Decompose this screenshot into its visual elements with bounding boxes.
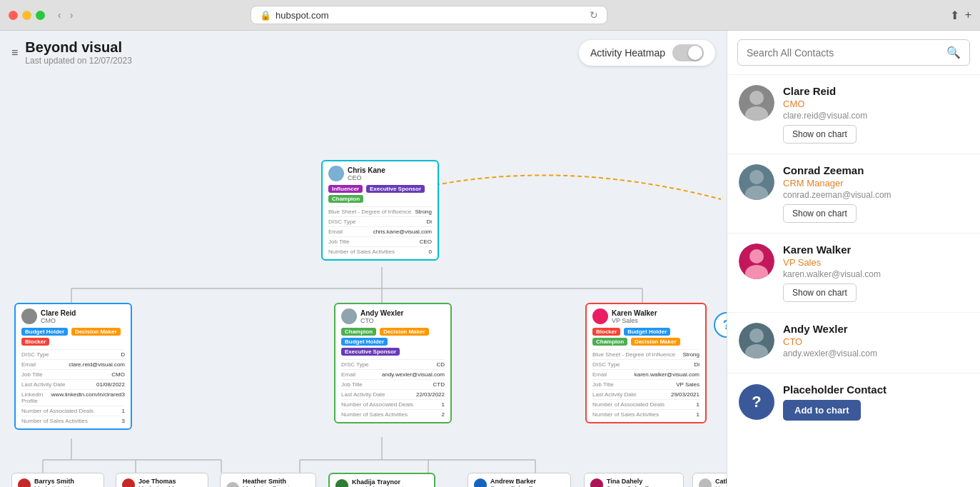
avatar-clare — [21, 308, 37, 324]
badge-decision: Decision Maker — [71, 328, 121, 336]
contact-item-andy: Andy Wexler CTO andy.wexler@visual.com — [727, 313, 980, 373]
contact-title-clare: CMO — [783, 99, 969, 109]
org-card-andy[interactable]: Andy Wexler CTO Champion Decision Maker … — [334, 303, 452, 423]
back-button[interactable]: ‹ — [55, 8, 64, 22]
clare-name-chart: Clare Reid — [41, 309, 76, 317]
contact-name-karen: Karen Walker — [783, 244, 969, 256]
minimize-button[interactable] — [22, 11, 31, 20]
contact-title-andy: CTO — [783, 336, 969, 347]
close-button[interactable] — [9, 11, 18, 20]
karen-name-chart: Karen Walker — [612, 309, 657, 317]
badge-budget: Budget Holder — [21, 328, 68, 336]
partial-name: Cath — [715, 478, 727, 485]
joe-name: Joe Thomas — [138, 478, 194, 485]
barrys-name: Barrys Smith — [34, 478, 90, 485]
org-card-chris[interactable]: Chris Kane CEO Influencer Executive Spon… — [321, 160, 439, 261]
khadija-name: Khadija Traynor — [352, 478, 410, 486]
url-text: hubspot.com — [276, 10, 328, 21]
contact-info-conrad: Conrad Zeeman CRM Manager conrad.zeeman@… — [783, 164, 969, 223]
show-on-chart-conrad[interactable]: Show on chart — [783, 204, 857, 223]
address-bar[interactable]: 🔒 hubspot.com ↻ — [251, 6, 607, 24]
placeholder-info: Placeholder Contact Add to chart — [783, 383, 969, 421]
badge-blk3: Blocker — [592, 328, 620, 336]
svg-point-25 — [749, 328, 764, 343]
header-left: ≡ Beyond visual Last updated on 12/07/20… — [11, 39, 132, 66]
search-box[interactable]: 🔍 — [737, 39, 970, 66]
contact-email-andy: andy.wexler@visual.com — [783, 348, 969, 358]
contact-info-clare: Clare Reid CMO clare.reid@visual.com Sho… — [783, 85, 969, 144]
search-container: 🔍 — [727, 31, 980, 75]
badge-ch3: Champion — [592, 338, 627, 346]
contact-email-clare: clare.reid@visual.com — [783, 111, 969, 121]
avatar-andrew — [474, 478, 487, 487]
refresh-icon[interactable]: ↻ — [590, 9, 598, 21]
badge-dm2: Decision Maker — [380, 328, 429, 336]
badge-champion: Champion — [328, 195, 363, 203]
chris-name: Chris Kane — [348, 166, 385, 174]
contact-email-karen: karen.walker@visual.com — [783, 269, 969, 279]
contact-avatar-clare — [739, 85, 774, 121]
badge-champ2: Champion — [341, 328, 376, 336]
andy-name-chart: Andy Wexler — [360, 309, 403, 317]
org-card-joe[interactable]: Joe Thomas Marketing Manager Emailjoe@vi… — [116, 473, 208, 487]
contact-name-clare: Clare Reid — [783, 85, 969, 97]
contact-email-conrad: conrad.zeeman@visual.com — [783, 190, 969, 200]
org-card-barrys[interactable]: Barrys Smith Marketing Manager Champion … — [11, 473, 104, 487]
contact-info-andy: Andy Wexler CTO andy.wexler@visual.com — [783, 323, 969, 363]
contact-name-andy: Andy Wexler — [783, 323, 969, 335]
show-on-chart-clare[interactable]: Show on chart — [783, 125, 857, 144]
placeholder-avatar: ? — [739, 384, 774, 420]
svg-point-19 — [749, 170, 764, 184]
right-sidebar: 🔍 Clare Reid CMO clare.reid@visual.com — [727, 31, 980, 487]
show-on-chart-karen[interactable]: Show on chart — [783, 283, 857, 302]
app-title-group: Beyond visual Last updated on 12/07/2023 — [25, 39, 131, 66]
badge-es2: Executive Sponsor — [341, 348, 400, 356]
org-card-andrew[interactable]: Andrew Barker Senior Sales Exec Influenc… — [468, 473, 571, 487]
avatar-chris — [328, 166, 344, 181]
search-input[interactable] — [747, 47, 941, 59]
org-card-heather[interactable]: Heather Smith Marketing Director EMEA Ch… — [220, 473, 316, 487]
badge-exec-sponsor: Executive Sponsor — [366, 185, 425, 193]
avatar-heather — [226, 482, 239, 487]
new-tab-icon[interactable]: + — [965, 9, 971, 22]
search-icon[interactable]: 🔍 — [946, 46, 961, 59]
avatar-karen — [592, 308, 608, 324]
forward-button[interactable]: › — [67, 8, 76, 22]
toggle-knob — [688, 46, 702, 60]
add-to-chart-button[interactable]: Add to chart — [783, 400, 861, 421]
contact-title-karen: VP Sales — [783, 257, 969, 268]
svg-point-16 — [749, 91, 764, 105]
contact-item-clare: Clare Reid CMO clare.reid@visual.com Sho… — [727, 75, 980, 154]
chris-role: CEO — [348, 174, 385, 181]
contact-title-conrad: CRM Manager — [783, 178, 969, 189]
contact-info-karen: Karen Walker VP Sales karen.walker@visua… — [783, 244, 969, 302]
contact-avatar-conrad — [739, 164, 774, 200]
maximize-button[interactable] — [36, 11, 45, 20]
avatar-khadija — [335, 479, 348, 487]
heatmap-toggle[interactable]: Activity Heatmap — [579, 40, 715, 66]
chart-panel: ≡ Beyond visual Last updated on 12/07/20… — [0, 31, 727, 487]
placeholder-contact: ? Placeholder Contact Add to chart — [727, 373, 980, 431]
hamburger-icon[interactable]: ≡ — [11, 46, 18, 59]
nav-arrows: ‹ › — [55, 8, 76, 22]
avatar-tina — [590, 478, 603, 487]
chart-header: ≡ Beyond visual Last updated on 12/07/20… — [0, 31, 727, 74]
share-icon[interactable]: ⬆ — [950, 9, 959, 22]
andrew-name: Andrew Barker — [490, 478, 543, 485]
org-card-clare[interactable]: Clare Reid CMO Budget Holder Decision Ma… — [14, 303, 132, 430]
toggle-switch[interactable] — [672, 44, 704, 61]
contact-avatar-karen — [739, 244, 774, 279]
browser-action-icons: ⬆ + — [950, 9, 971, 22]
lock-icon: 🔒 — [260, 10, 271, 21]
badge-dm3: Decision Maker — [631, 338, 680, 346]
unknown-contact-card[interactable]: ? — [714, 312, 727, 338]
contact-item-conrad: Conrad Zeeman CRM Manager conrad.zeeman@… — [727, 154, 980, 234]
org-card-khadija[interactable]: Khadija Traynor Head of Engineering Infl… — [328, 473, 435, 487]
org-card-partial[interactable]: Cath Hea Email Job Title — [692, 473, 727, 487]
placeholder-name: Placeholder Contact — [783, 383, 969, 396]
org-card-karen[interactable]: Karen Walker VP Sales Blocker Budget Hol… — [585, 303, 707, 423]
chart-canvas[interactable]: Chris Kane CEO Influencer Executive Spon… — [0, 74, 727, 487]
org-card-tina[interactable]: Tina Dahely Senior Sales Exec Emailtina@… — [584, 473, 684, 487]
browser-chrome: ‹ › 🔒 hubspot.com ↻ ⬆ + — [0, 0, 980, 31]
badge-bh2: Budget Holder — [341, 338, 388, 346]
